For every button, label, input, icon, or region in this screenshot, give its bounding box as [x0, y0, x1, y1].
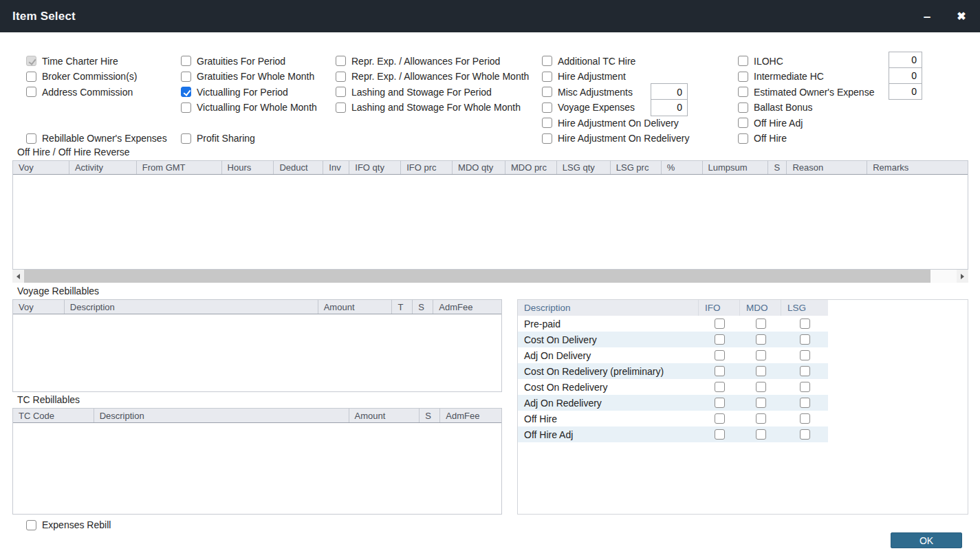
checkbox-icon[interactable] — [756, 318, 766, 329]
column-header-voy[interactable]: Voy — [13, 300, 65, 314]
checkbox-icon[interactable] — [715, 398, 725, 408]
scroll-right-button[interactable] — [957, 270, 968, 283]
fuel-cell-off-hire-ifo[interactable] — [699, 411, 740, 426]
checkbox-icon[interactable] — [738, 72, 748, 82]
checkbox-icon[interactable] — [181, 133, 191, 144]
checkbox-item-broker-commission-s[interactable]: Broker Commission(s) — [26, 69, 137, 85]
ilohc-amount-input[interactable] — [889, 52, 922, 68]
column-header-s[interactable]: S — [413, 300, 433, 314]
checkbox-item-repr-exp-allowances-for-period[interactable]: Repr. Exp. / Allowances For Period — [336, 53, 500, 69]
checkbox-icon[interactable] — [181, 56, 191, 66]
checkbox-icon[interactable] — [542, 72, 552, 82]
checkbox-item-gratuities-for-whole-month[interactable]: Gratuities For Whole Month — [181, 69, 314, 85]
fuel-cell-cost-on-redelivery-preliminary-ifo[interactable] — [699, 363, 740, 379]
checkbox-icon[interactable] — [26, 520, 36, 530]
checkbox-icon[interactable] — [26, 87, 36, 97]
checkbox-item-victualling-for-whole-month[interactable]: Victualling For Whole Month — [181, 100, 317, 116]
fuel-cell-cost-on-redelivery-preliminary-lsg[interactable] — [781, 363, 828, 379]
column-header-tc-code[interactable]: TC Code — [13, 409, 94, 422]
off-hire-grid-body[interactable] — [13, 175, 968, 269]
column-header-description[interactable]: Description — [94, 409, 349, 422]
checkbox-icon[interactable] — [800, 366, 810, 376]
estimated-owners-expense-amount-input[interactable] — [889, 83, 922, 100]
checkbox-icon[interactable] — [715, 413, 725, 424]
checkbox-icon[interactable] — [542, 87, 552, 97]
minimize-icon[interactable]: – — [914, 0, 940, 32]
checkbox-icon[interactable] — [800, 398, 810, 408]
column-header-s[interactable]: S — [768, 161, 787, 174]
checkbox-item-victualling-for-period[interactable]: Victualling For Period — [181, 84, 288, 100]
checkbox-icon[interactable] — [542, 133, 552, 144]
checkbox-item-address-commission[interactable]: Address Commission — [26, 84, 133, 100]
checkbox-icon[interactable] — [542, 56, 552, 66]
fuel-cell-pre-paid-mdo[interactable] — [740, 316, 781, 332]
checkbox-icon[interactable] — [738, 102, 748, 113]
checkbox-icon[interactable] — [756, 366, 766, 376]
checkbox-icon[interactable] — [715, 318, 725, 329]
column-header-description[interactable]: Description — [65, 300, 318, 314]
checkbox-icon[interactable] — [336, 102, 346, 113]
fuel-cell-pre-paid-ifo[interactable] — [699, 316, 740, 332]
fuel-cell-adj-on-redelivery-lsg[interactable] — [781, 395, 828, 411]
checkbox-icon[interactable] — [715, 382, 725, 392]
checkbox-icon[interactable] — [800, 413, 810, 424]
column-header-ifo-qty[interactable]: IFO qty — [349, 161, 401, 174]
voyage-expenses-amount-input[interactable] — [651, 99, 688, 116]
checkbox-item-lashing-and-stowage-for-period[interactable]: Lashing and Stowage For Period — [336, 84, 492, 100]
fuel-cell-off-hire-mdo[interactable] — [740, 411, 781, 426]
column-header-lumpsum[interactable]: Lumpsum — [703, 161, 769, 174]
checkbox-item-off-hire-adj[interactable]: Off Hire Adj — [738, 115, 803, 131]
checkbox-icon[interactable] — [336, 87, 346, 97]
checkbox-icon[interactable] — [738, 56, 748, 66]
checkbox-icon[interactable] — [715, 334, 725, 345]
column-header-voy[interactable]: Voy — [13, 161, 69, 174]
fuel-cell-cost-on-delivery-ifo[interactable] — [699, 332, 740, 347]
ok-button[interactable]: OK — [891, 532, 962, 548]
checkbox-icon[interactable] — [542, 102, 552, 113]
checkbox-icon[interactable] — [756, 429, 766, 440]
checkbox-icon[interactable] — [800, 350, 810, 360]
fuel-cell-off-hire-lsg[interactable] — [781, 411, 828, 426]
column-header-from-gmt[interactable]: From GMT — [137, 161, 222, 174]
checkbox-icon[interactable] — [800, 382, 810, 392]
checkbox-icon[interactable] — [756, 334, 766, 345]
tc-rebillables-grid-body[interactable] — [13, 423, 501, 514]
checkbox-item-profit-sharing[interactable]: Profit Sharing — [181, 131, 255, 147]
fuel-cell-pre-paid-lsg[interactable] — [781, 316, 828, 332]
checkbox-icon[interactable] — [756, 350, 766, 360]
checkbox-item-hire-adjustment-on-delivery[interactable]: Hire Adjustment On Delivery — [542, 115, 679, 131]
off-hire-grid-hscrollbar[interactable] — [12, 270, 968, 283]
column-header-admfee[interactable]: AdmFee — [440, 409, 501, 422]
fuel-cell-cost-on-redelivery-mdo[interactable] — [740, 379, 781, 395]
column-header-inv[interactable]: Inv — [323, 161, 349, 174]
checkbox-item-intermediate-hc[interactable]: Intermediate HC — [738, 69, 824, 85]
checkbox-item-hire-adjustment[interactable]: Hire Adjustment — [542, 69, 626, 85]
column-header-ifo-prc[interactable]: IFO prc — [401, 161, 453, 174]
misc-adjustments-amount-input[interactable] — [651, 83, 688, 100]
checkbox-icon[interactable] — [738, 118, 748, 128]
voyage-rebillables-grid-body[interactable] — [13, 314, 501, 391]
checkbox-item-hire-adjustment-on-redelivery[interactable]: Hire Adjustment On Redelivery — [542, 131, 689, 147]
checkbox-icon[interactable] — [756, 382, 766, 392]
column-header-reason[interactable]: Reason — [787, 161, 867, 174]
checkbox-icon[interactable] — [715, 366, 725, 376]
fuel-cell-cost-on-delivery-lsg[interactable] — [781, 332, 828, 347]
checkbox-icon[interactable] — [336, 72, 346, 82]
checkbox-item-rebillable-owner-s-expenses[interactable]: Rebillable Owner's Expenses — [26, 131, 167, 147]
scrollbar-thumb[interactable] — [24, 270, 930, 283]
column-header-amount[interactable]: Amount — [318, 300, 393, 314]
column-header-lsg-prc[interactable]: LSG prc — [611, 161, 662, 174]
column-header-remarks[interactable]: Remarks — [867, 161, 968, 174]
column-header-mdo-prc[interactable]: MDO prc — [505, 161, 557, 174]
checkbox-icon[interactable] — [756, 413, 766, 424]
fuel-cell-adj-on-delivery-mdo[interactable] — [740, 347, 781, 363]
checkbox-item-repr-exp-allowances-for-whole-month[interactable]: Repr. Exp. / Allowances For Whole Month — [336, 69, 529, 85]
column-header-mdo-qty[interactable]: MDO qty — [453, 161, 505, 174]
checkbox-checked-icon[interactable] — [181, 87, 191, 97]
checkbox-icon[interactable] — [181, 72, 191, 82]
checkbox-item-off-hire[interactable]: Off Hire — [738, 131, 787, 147]
checkbox-item-expenses-rebill[interactable]: Expenses Rebill — [26, 519, 111, 530]
fuel-cell-cost-on-redelivery-preliminary-mdo[interactable] — [740, 363, 781, 379]
column-header-hours[interactable]: Hours — [222, 161, 274, 174]
checkbox-icon[interactable] — [336, 56, 346, 66]
